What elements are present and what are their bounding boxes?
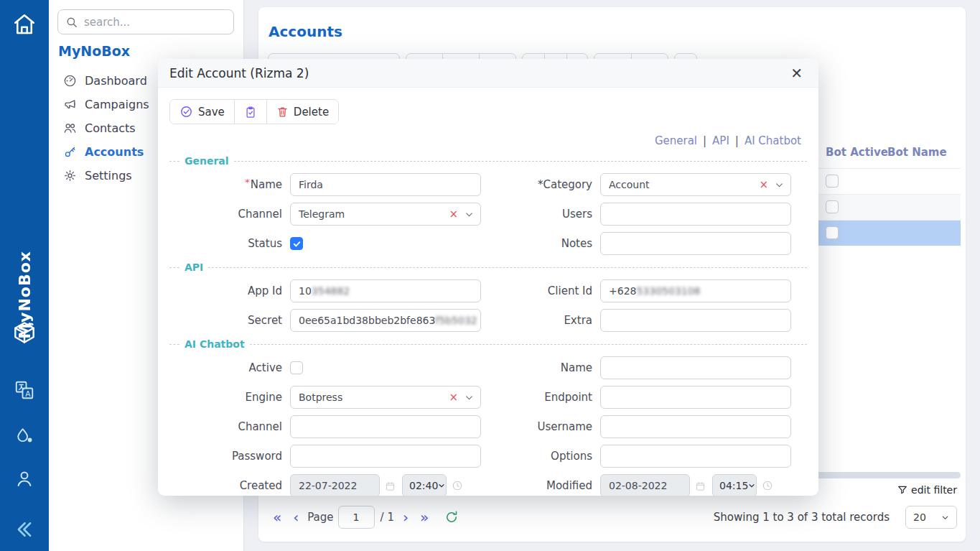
status-checkbox[interactable] [290,237,303,250]
modified-time-value: 04:15 [719,480,748,491]
clear-icon[interactable]: × [449,391,458,404]
active-checkbox[interactable] [290,361,303,374]
modal-form: General *Name *Category Account × Channe… [158,147,818,496]
page-size-value: 20 [913,511,941,523]
dashboard-icon [63,74,77,88]
channel-select[interactable]: Telegram × [290,203,481,226]
pagination-bar: « ‹ Page / 1 › » Showing 1 to 3 of 3 tot… [267,503,957,532]
contacts-icon [63,121,77,135]
clear-icon[interactable]: × [759,178,768,191]
edit-filter-button[interactable]: edit filter [897,484,957,496]
bot-name-field[interactable] [600,356,791,379]
category-select[interactable]: Account × [600,173,791,196]
chevron-down-icon[interactable] [775,180,784,190]
clear-icon[interactable]: × [449,208,458,221]
bot-channel-label: Channel [169,420,290,433]
modal-title: Edit Account (Rizma 2) [169,66,309,80]
total-pages-label: / 1 [381,511,394,524]
notes-label: Notes [481,237,600,250]
records-summary: Showing 1 to 3 of 3 total records [714,511,890,524]
chevron-down-icon [748,482,755,489]
modified-time-select[interactable]: 04:15 [712,474,757,496]
created-date-field: 22-07-2022 [290,474,380,496]
endpoint-field[interactable] [600,386,791,409]
sidebar-item-label: Campaigns [85,98,149,111]
collapse-sidebar-icon[interactable] [0,519,49,540]
clock-icon [452,480,463,491]
sidebar-item-label: Settings [85,169,132,182]
page-size-select[interactable]: 20 [905,506,957,529]
sidebar-item-label: Contacts [85,121,136,135]
key-icon [63,145,77,159]
tab-general[interactable]: General [655,134,697,147]
tab-separator: | [735,134,739,147]
modal-section-tabs: General | API | AI Chatbot [158,134,801,147]
password-label: Password [169,450,290,463]
sidebar-item-label: Accounts [85,145,144,159]
profile-icon[interactable] [0,468,49,489]
funnel-icon [897,484,908,496]
users-field[interactable] [600,203,791,226]
bot-active-checkbox[interactable] [826,226,839,239]
copy-button[interactable] [234,100,266,124]
options-field[interactable] [600,445,791,468]
save-label: Save [198,106,225,119]
tab-separator: | [703,134,706,147]
bot-active-checkbox[interactable] [826,200,839,213]
save-button[interactable]: Save [170,100,234,124]
page-label: Page [307,511,333,524]
bot-channel-field[interactable] [290,415,481,438]
rail-brand: MyNoBox [0,216,49,374]
home-icon[interactable] [11,11,37,40]
app-id-field[interactable]: 10354882 [290,279,481,302]
tab-api[interactable]: API [712,134,729,147]
chevron-down-icon[interactable] [465,393,474,402]
ink-drop-icon[interactable] [0,425,49,445]
username-field[interactable] [600,415,791,438]
app-window: MyNoBox A MyNoBox Dashboard [0,0,980,551]
created-label: Created [169,479,290,492]
check-circle-icon [179,105,193,119]
column-bot-active[interactable]: Bot Active [826,146,888,159]
trash-icon [276,106,289,118]
endpoint-label: Endpoint [481,391,600,404]
client-id-field[interactable]: +6285330503108 [600,279,791,302]
required-marker: * [245,177,250,187]
users-label: Users [481,208,600,221]
modified-label: Modified [481,479,600,492]
section-general: General [169,155,807,167]
notes-field[interactable] [600,232,791,255]
close-icon[interactable]: ✕ [786,65,807,82]
modal-toolbar: Save Delete [169,99,339,124]
next-page-button[interactable]: › [397,510,414,524]
bot-active-checkbox[interactable] [826,175,839,187]
search-input[interactable] [84,16,226,29]
search-box[interactable] [57,9,234,34]
name-field[interactable] [290,173,481,196]
first-page-button[interactable]: « [267,510,287,524]
chevron-down-icon[interactable] [465,210,474,219]
status-label: Status [169,237,290,250]
engine-select[interactable]: Botpress × [290,386,481,409]
extra-label: Extra [481,314,600,327]
section-api: API [169,261,807,273]
refresh-icon[interactable] [444,510,459,524]
delete-button[interactable]: Delete [266,100,338,124]
password-field[interactable] [290,445,481,468]
gear-icon [63,169,77,182]
chevron-down-icon [438,482,445,489]
last-page-button[interactable]: » [414,510,434,524]
client-id-label: Client Id [481,284,600,297]
calendar-icon [385,481,396,491]
extra-field[interactable] [600,309,791,332]
secret-field[interactable]: 0ee65a1bd38bbeb2bfe863f5b5032 [290,309,481,332]
tab-ai-chatbot[interactable]: AI Chatbot [745,134,801,147]
engine-value: Botpress [299,392,449,403]
prev-page-button[interactable]: ‹ [287,510,304,524]
edit-account-modal: Edit Account (Rizma 2) ✕ Save Delete Gen… [158,59,818,496]
page-number-input[interactable] [338,506,375,529]
column-bot-name[interactable]: Bot Name [887,146,947,159]
created-time-select[interactable]: 02:40 [402,474,447,496]
translate-icon[interactable]: A [0,379,49,401]
left-rail: MyNoBox A [0,0,49,551]
